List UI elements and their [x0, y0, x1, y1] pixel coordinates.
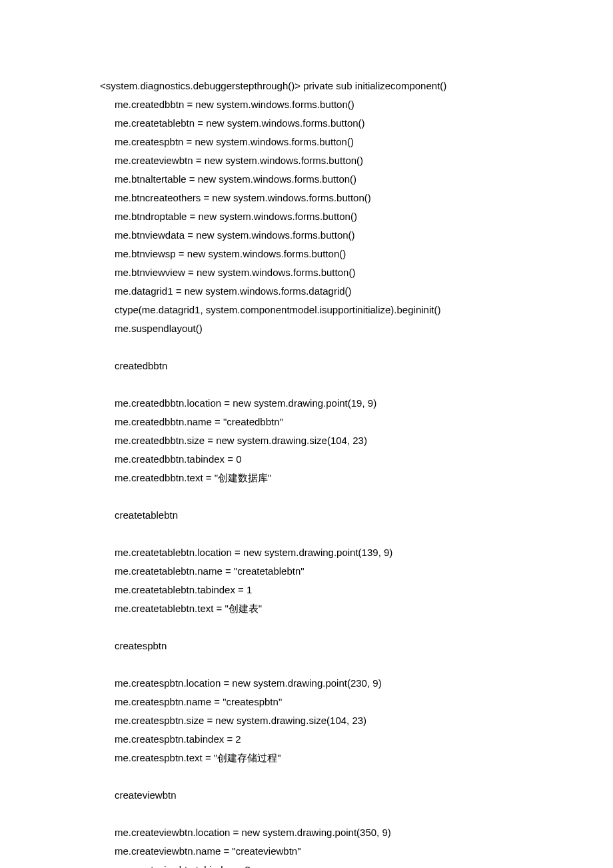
blank-line — [100, 375, 573, 394]
code-line: me.createviewbtn.name = "createviewbtn" — [100, 842, 573, 861]
code-line: me.createdbbtn = new system.windows.form… — [100, 95, 573, 114]
code-line: me.btndroptable = new system.windows.for… — [100, 207, 573, 226]
code-line: me.createdbbtn.size = new system.drawing… — [100, 431, 573, 450]
code-line: me.btnviewdata = new system.windows.form… — [100, 226, 573, 245]
code-line: me.createtablebtn.name = "createtablebtn… — [100, 562, 573, 581]
code-line: ctype(me.datagrid1, system.componentmode… — [100, 301, 573, 319]
code-line: me.createdbbtn.name = "createdbbtn" — [100, 413, 573, 431]
code-line: me.createdbbtn.location = new system.dra… — [100, 394, 573, 413]
code-line: createspbtn — [100, 637, 573, 655]
code-line: me.createspbtn.location = new system.dra… — [100, 674, 573, 693]
code-line: me.btnaltertable = new system.windows.fo… — [100, 170, 573, 189]
code-line: <system.diagnostics.debuggerstepthrough(… — [100, 77, 573, 95]
code-line: createtablebtn — [100, 506, 573, 525]
code-line: me.btnviewview = new system.windows.form… — [100, 263, 573, 282]
code-line: createviewbtn — [100, 786, 573, 805]
code-line: me.createspbtn.name = "createspbtn" — [100, 693, 573, 711]
code-line: me.createtablebtn.text = "创建表" — [100, 599, 573, 618]
code-line: me.btnviewsp = new system.windows.forms.… — [100, 245, 573, 263]
code-line: me.btncreateothers = new system.windows.… — [100, 189, 573, 207]
code-line: me.createviewbtn = new system.windows.fo… — [100, 151, 573, 170]
code-line: me.suspendlayout() — [100, 319, 573, 338]
code-line: me.createspbtn.size = new system.drawing… — [100, 711, 573, 730]
code-line: me.createtablebtn = new system.windows.f… — [100, 114, 573, 133]
code-line: me.createspbtn.text = "创建存储过程" — [100, 749, 573, 767]
document-page: <system.diagnostics.debuggerstepthrough(… — [0, 0, 613, 868]
blank-line — [100, 655, 573, 674]
code-line: me.datagrid1 = new system.windows.forms.… — [100, 282, 573, 301]
code-line: me.createspbtn.tabindex = 2 — [100, 730, 573, 749]
code-line: me.createtablebtn.location = new system.… — [100, 543, 573, 562]
code-line: me.createviewbtn.location = new system.d… — [100, 823, 573, 842]
blank-line — [100, 767, 573, 786]
code-line: me.createdbbtn.text = "创建数据库" — [100, 469, 573, 487]
blank-line — [100, 487, 573, 506]
blank-line — [100, 525, 573, 543]
code-line: createdbbtn — [100, 357, 573, 375]
blank-line — [100, 618, 573, 637]
blank-line — [100, 805, 573, 823]
blank-line — [100, 338, 573, 357]
code-line: me.createspbtn = new system.windows.form… — [100, 133, 573, 151]
code-line: me.createtablebtn.tabindex = 1 — [100, 581, 573, 599]
code-line: me.createviewbtn.tabindex = 3 — [100, 861, 573, 868]
code-line: me.createdbbtn.tabindex = 0 — [100, 450, 573, 469]
